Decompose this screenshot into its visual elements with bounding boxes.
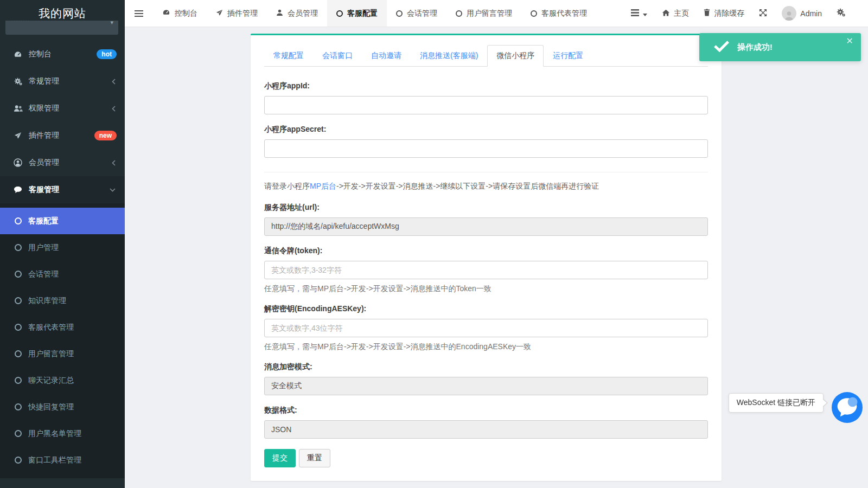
submenu-item-chat-log-summary[interactable]: 聊天记录汇总: [0, 367, 125, 394]
home-label: 主页: [674, 9, 689, 18]
config-card: 常规配置 会话窗口 自动邀请 消息推送(客服端) 微信小程序 运行配置 小程序a…: [251, 34, 722, 481]
submenu-item-kefu-config[interactable]: 客服配置: [0, 208, 125, 234]
home-link[interactable]: 主页: [662, 9, 689, 18]
data-format-field: [264, 420, 708, 439]
submenu-item-user-message-management[interactable]: 用户留言管理: [0, 341, 125, 367]
sidebar-search-select[interactable]: ········ ▾: [5, 21, 118, 35]
sidebar-item-plugin-management[interactable]: 插件管理 new: [0, 122, 125, 149]
list-icon: [631, 9, 639, 18]
success-toast: 操作成功! ✕: [699, 33, 861, 61]
nav-item-label: 客服配置: [347, 9, 378, 18]
sidebar-menu: 控制台 hot 常规管理 权限管理 插件管理 new: [0, 41, 125, 478]
nav-item-label: 用户留言管理: [467, 9, 512, 18]
main-content: 常规配置 会话窗口 自动邀请 消息推送(客服端) 微信小程序 运行配置 小程序a…: [125, 27, 868, 488]
tab-general-config[interactable]: 常规配置: [264, 45, 313, 67]
nav-item-plugin-management[interactable]: 插件管理: [207, 0, 267, 27]
chat-widget-button[interactable]: [832, 392, 863, 423]
nav-item-label: 插件管理: [227, 9, 258, 18]
dashboard-icon: [162, 9, 170, 18]
sidebar-item-permission-management[interactable]: 权限管理: [0, 95, 125, 122]
nav-item-member-management[interactable]: 会员管理: [267, 0, 327, 27]
circle-icon: [15, 377, 22, 384]
avatar: [782, 6, 796, 21]
mp-admin-link[interactable]: MP后台: [310, 182, 336, 190]
circle-icon: [15, 430, 22, 437]
home-icon: [662, 9, 670, 18]
tab-auto-invite[interactable]: 自动邀请: [362, 45, 411, 67]
sidebar-item-dashboard[interactable]: 控制台 hot: [0, 41, 125, 68]
username: Admin: [800, 9, 822, 18]
token-help-text: 任意填写，需与MP后台->开发->开发设置->消息推送中的Token一致: [264, 284, 708, 294]
submit-button[interactable]: 提交: [264, 449, 296, 467]
submenu-item-knowledge-base[interactable]: 知识库管理: [0, 287, 125, 314]
tab-run-config[interactable]: 运行配置: [544, 45, 592, 67]
nav-item-kefu-config[interactable]: 客服配置: [327, 0, 387, 27]
encrypt-mode-field: [264, 377, 708, 395]
nav-item-session-management[interactable]: 会话管理: [387, 0, 446, 27]
sidebar-item-label: 控制台: [29, 49, 52, 59]
submenu-item-quick-reply-management[interactable]: 快捷回复管理: [0, 394, 125, 420]
toast-close-icon[interactable]: ✕: [846, 36, 853, 46]
wechat-miniprogram-form: 小程序appId: 小程序appSecret: 请登录小程序MP后台->开发->…: [264, 67, 708, 467]
token-label: 通信令牌(token):: [264, 246, 708, 256]
chevron-down-icon: ▾: [110, 21, 113, 26]
aeskey-help-text: 任意填写，需与MP后台->开发->开发设置->消息推送中的EncodingAES…: [264, 342, 708, 352]
submenu-item-label: 用户管理: [28, 243, 59, 253]
circle-icon: [15, 271, 22, 278]
aeskey-field[interactable]: [264, 319, 708, 337]
clear-cache-label: 清除缓存: [714, 9, 744, 18]
check-icon: [713, 40, 730, 54]
hot-badge: hot: [97, 49, 117, 59]
circle-icon: [531, 10, 537, 17]
sidebar-item-label: 会员管理: [29, 158, 59, 168]
submenu-item-label: 知识库管理: [28, 296, 66, 306]
submenu-item-label: 客服代表管理: [28, 323, 74, 332]
sidebar-item-label: 常规管理: [29, 76, 59, 86]
submenu-item-window-toolbar-management[interactable]: 窗口工具栏管理: [0, 447, 125, 473]
chevron-left-icon: [112, 160, 116, 166]
sidebar-item-member-management[interactable]: 会员管理: [0, 149, 125, 176]
websocket-status-tooltip: WebSocket 链接已断开: [729, 393, 824, 413]
submenu-item-label: 聊天记录汇总: [28, 376, 74, 386]
submenu-item-label: 客服配置: [28, 216, 59, 226]
navbar-right: 主页 清除缓存 Admin: [631, 0, 868, 27]
sidebar-toggle-button[interactable]: [125, 0, 153, 27]
appid-field[interactable]: [264, 96, 708, 114]
circle-icon: [15, 244, 22, 251]
circle-icon: [456, 10, 462, 17]
appsecret-field[interactable]: [264, 139, 708, 158]
user-circle-icon: [13, 158, 23, 167]
nav-item-dashboard[interactable]: 控制台: [153, 0, 207, 27]
clear-cache-link[interactable]: 清除缓存: [704, 9, 744, 18]
nav-item-user-message-management[interactable]: 用户留言管理: [446, 0, 521, 27]
submenu-item-user-management[interactable]: 用户管理: [0, 234, 125, 261]
submenu-item-session-management[interactable]: 会话管理: [0, 261, 125, 287]
sidebar-item-general-management[interactable]: 常规管理: [0, 68, 125, 95]
submenu-item-label: 快捷回复管理: [28, 402, 74, 412]
config-tabs: 常规配置 会话窗口 自动邀请 消息推送(客服端) 微信小程序 运行配置: [264, 45, 708, 67]
menu-list-dropdown-button[interactable]: [631, 9, 647, 18]
tab-chat-window[interactable]: 会话窗口: [313, 45, 362, 67]
nav-item-agent-management[interactable]: 客服代表管理: [521, 0, 596, 27]
chat-bubble-icon: [832, 415, 863, 425]
token-field[interactable]: [264, 261, 708, 279]
submenu-item-blacklist-management[interactable]: 用户黑名单管理: [0, 420, 125, 447]
caret-down-icon: [643, 9, 647, 18]
nav-item-label: 客服代表管理: [541, 9, 587, 18]
cogs-icon: [837, 8, 845, 18]
settings-button[interactable]: [837, 8, 845, 18]
submenu-item-label: 窗口工具栏管理: [28, 455, 81, 465]
encrypt-mode-label: 消息加密模式:: [264, 362, 708, 372]
fullscreen-button[interactable]: [759, 9, 767, 18]
user-menu[interactable]: Admin: [782, 6, 822, 21]
appid-label: 小程序appId:: [264, 81, 708, 91]
submenu-item-agent-management[interactable]: 客服代表管理: [0, 314, 125, 341]
circle-icon: [15, 457, 22, 464]
toast-message: 操作成功!: [737, 42, 773, 53]
tab-wechat-miniprogram[interactable]: 微信小程序: [487, 45, 544, 67]
tab-message-push[interactable]: 消息推送(客服端): [411, 45, 487, 67]
reset-button[interactable]: 重置: [299, 449, 330, 467]
nav-item-label: 控制台: [175, 9, 197, 18]
sidebar-item-customer-service-management[interactable]: 客服管理: [0, 176, 125, 203]
nav-item-label: 会话管理: [407, 9, 437, 18]
